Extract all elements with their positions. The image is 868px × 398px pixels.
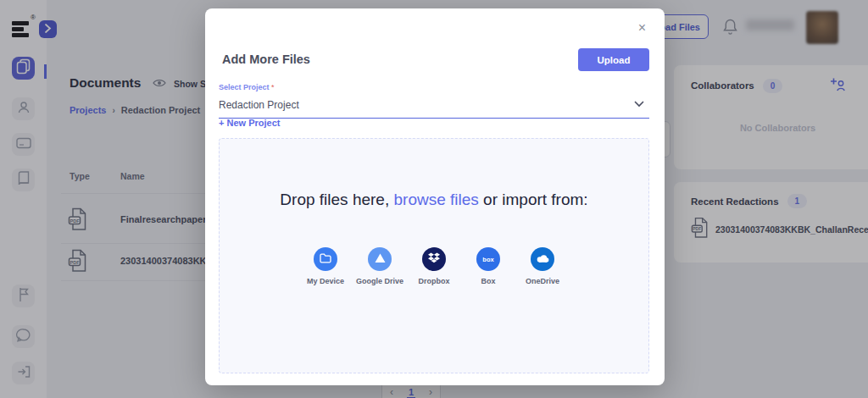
close-icon[interactable]: × bbox=[638, 20, 646, 36]
provider-dropbox[interactable]: Dropbox bbox=[407, 247, 461, 285]
select-project-label: Select Project bbox=[219, 83, 271, 91]
file-dropzone[interactable]: Drop files here, browse files or import … bbox=[219, 138, 649, 373]
onedrive-cloud-icon bbox=[536, 252, 549, 267]
select-project-value: Redaction Project bbox=[219, 99, 649, 111]
provider-label: Google Drive bbox=[356, 277, 403, 285]
provider-google-drive[interactable]: Google Drive bbox=[353, 247, 407, 285]
add-more-files-modal: × Add More Files Upload Select Project *… bbox=[205, 8, 665, 385]
provider-label: Dropbox bbox=[419, 277, 450, 285]
required-mark: * bbox=[271, 83, 275, 91]
upload-button[interactable]: Upload bbox=[578, 48, 649, 71]
select-project-dropdown[interactable]: Select Project * Redaction Project bbox=[219, 78, 649, 119]
dropzone-text-after: or import from: bbox=[479, 191, 588, 208]
provider-label: My Device bbox=[307, 277, 344, 285]
folder-icon bbox=[320, 252, 331, 267]
provider-label: OneDrive bbox=[526, 277, 559, 285]
provider-onedrive[interactable]: OneDrive bbox=[515, 247, 570, 285]
dropzone-text-before: Drop files here, bbox=[280, 191, 393, 208]
dropbox-icon bbox=[428, 252, 440, 267]
provider-my-device[interactable]: My Device bbox=[298, 247, 353, 285]
provider-label: Box bbox=[481, 277, 495, 285]
chevron-down-icon bbox=[634, 96, 644, 111]
browse-files-link[interactable]: browse files bbox=[393, 191, 478, 208]
box-icon: box bbox=[482, 256, 493, 263]
import-providers: My Device Google Drive Dropbox box Box O… bbox=[220, 247, 648, 285]
app-screen: ® Documents Show St Projects › bbox=[0, 0, 868, 398]
provider-box[interactable]: box Box bbox=[461, 247, 515, 285]
new-project-link[interactable]: + New Project bbox=[219, 118, 280, 128]
modal-title: Add More Files bbox=[222, 53, 310, 66]
drive-triangle-icon bbox=[375, 252, 386, 267]
dropzone-text: Drop files here, browse files or import … bbox=[220, 188, 648, 211]
